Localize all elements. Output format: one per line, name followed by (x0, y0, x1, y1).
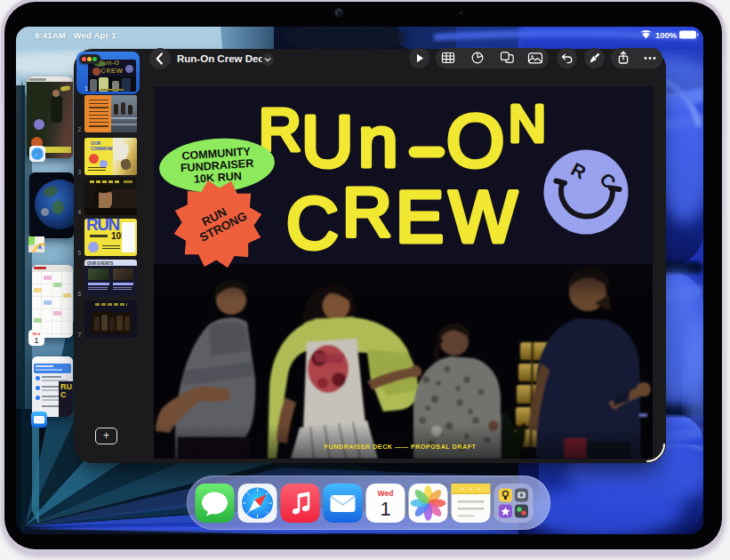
svg-text:100%: 100% (655, 30, 678, 40)
svg-text:n: n (358, 102, 398, 181)
svg-text:1: 1 (380, 498, 390, 520)
svg-text:N: N (509, 94, 546, 152)
svg-text:O: O (446, 99, 504, 182)
svg-text:FUNDRAISER DECK —— PROPOSAL DR: FUNDRAISER DECK —— PROPOSAL DRAFT (325, 443, 477, 451)
svg-text:Wed: Wed (378, 489, 394, 498)
svg-text:U: U (301, 101, 354, 181)
svg-text:E: E (396, 177, 444, 257)
svg-text:C: C (286, 183, 339, 263)
svg-text:R: R (342, 173, 392, 250)
svg-text:W: W (449, 177, 517, 257)
svg-text:1: 1 (34, 335, 38, 345)
